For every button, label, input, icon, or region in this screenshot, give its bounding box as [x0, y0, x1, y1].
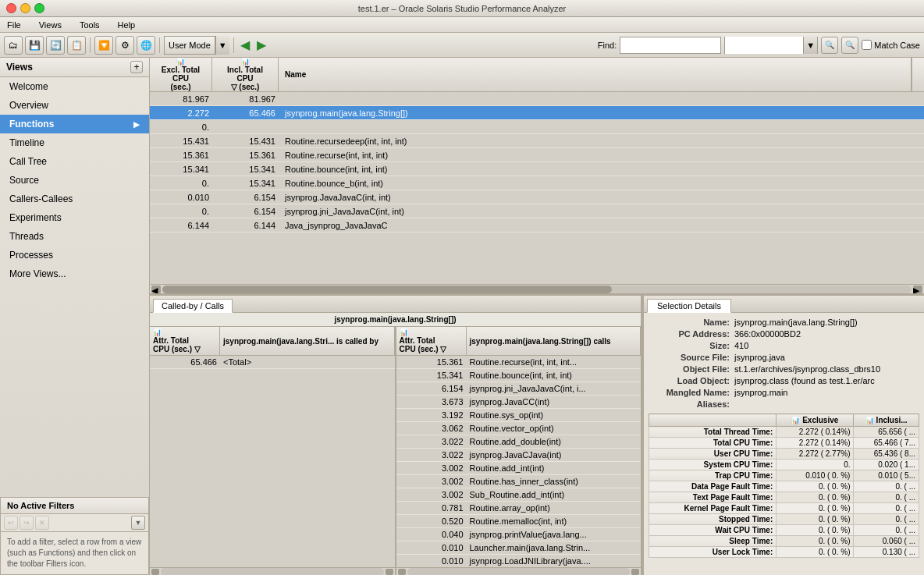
table-row[interactable]: 6.144 6.144 Java_jsynprog_JavaJavaC — [150, 218, 924, 232]
sidebar-item-overview[interactable]: Overview — [0, 96, 149, 115]
calls-row[interactable]: 3.192 Routine.sys_op(int) — [396, 409, 641, 422]
calls-row[interactable]: 3.002 Sub_Routine.add_int(int) — [396, 488, 641, 502]
th-excl-cpu[interactable]: 📊 Excl. Total CPU (sec.) — [150, 58, 212, 91]
table-row[interactable]: 15.431 15.431 Routine.recursedeep(int, i… — [150, 134, 924, 148]
detail-name-row: Name: jsynprog.main(java.lang.String[]) — [649, 318, 919, 327]
calls-row[interactable]: 3.002 Routine.has_inner_class(int) — [396, 475, 641, 488]
mode-select-label[interactable]: User Mode — [164, 36, 215, 55]
table-row[interactable]: 81.967 81.967 — [150, 92, 924, 106]
calls-row[interactable]: 6.154 jsynprog.jni_JavaJavaC(int, i... — [396, 382, 641, 396]
sth-name-calls[interactable]: jsynprog.main(java.lang.String[]) calls — [467, 327, 641, 355]
match-case-checkbox[interactable] — [862, 40, 872, 50]
toolbar-btn-2[interactable]: 💾 — [25, 36, 44, 55]
calledby-row-total[interactable]: 65.466 <Total> — [150, 356, 395, 369]
match-case-label[interactable]: Match Case — [862, 40, 920, 50]
table-row[interactable]: 0. 15.341 Routine.bounce_b(int, int) — [150, 176, 924, 190]
th-incl-cpu[interactable]: 📊 Incl. Total CPU ▽ (sec.) — [212, 58, 279, 91]
menu-tools[interactable]: Tools — [76, 20, 103, 30]
calledby-hscrollbar[interactable] — [150, 567, 395, 575]
calls-hscroll[interactable] — [407, 568, 631, 576]
menu-views[interactable]: Views — [36, 20, 65, 30]
table-row[interactable]: 15.341 15.341 Routine.bounce(int, int, i… — [150, 162, 924, 176]
calls-scroll-right[interactable] — [631, 569, 639, 575]
calls-row[interactable]: 15.361 Routine.recurse(int, int, int... — [396, 356, 641, 369]
calls-row[interactable]: 0.010 Launcher.main(java.lang.Strin... — [396, 541, 641, 555]
toolbar-btn-3[interactable]: 🔄 — [46, 36, 65, 55]
th-name[interactable]: Name — [279, 58, 912, 91]
calls-row[interactable]: 3.022 Routine.add_double(int) — [396, 435, 641, 449]
table-row[interactable]: 0. — [150, 120, 924, 134]
toolbar-btn-4[interactable]: 📋 — [67, 36, 86, 55]
find-prev-btn[interactable]: 🔍 — [821, 37, 838, 54]
calls-row[interactable]: 0.520 Routine.memalloc(int, int) — [396, 515, 641, 528]
sth-name-calledby[interactable]: jsynprog.main(java.lang.Stri... is calle… — [220, 327, 395, 355]
nav-back-btn[interactable]: ◀ — [238, 37, 252, 52]
sidebar-item-processes[interactable]: Processes — [0, 246, 149, 264]
mode-dropdown-arrow[interactable]: ▼ — [215, 36, 229, 55]
filter-btn[interactable]: 🔽 — [94, 36, 113, 55]
calls-row[interactable]: 0.040 jsynprog.printValue(java.lang... — [396, 528, 641, 541]
filter-undo-btn[interactable]: ↩ — [4, 516, 18, 530]
calls-row[interactable]: 15.341 Routine.bounce(int, int, int) — [396, 369, 641, 382]
calls-row[interactable]: 3.062 Routine.vector_op(int) — [396, 422, 641, 435]
calls-row[interactable]: 0.781 Routine.array_op(int) — [396, 502, 641, 515]
calls-scroll-left[interactable] — [398, 569, 406, 575]
functions-table-body[interactable]: 81.967 81.967 2.272 65.466 jsynprog.main… — [150, 92, 924, 284]
settings-btn[interactable]: ⚙ — [116, 36, 134, 55]
sidebar-add-btn[interactable]: + — [130, 61, 143, 73]
calls-row[interactable]: 3.002 Routine.add_int(int) — [396, 462, 641, 475]
find-input[interactable] — [620, 37, 721, 54]
calls-scroll[interactable]: 15.361 Routine.recurse(int, int, int... … — [396, 356, 641, 567]
calls-hscrollbar[interactable] — [396, 567, 641, 575]
called-by-scroll[interactable]: 65.466 <Total> — [150, 356, 395, 567]
table-row[interactable]: 15.361 15.361 Routine.recurse(int, int, … — [150, 148, 924, 162]
scroll-right-btn[interactable]: ▶ — [913, 286, 922, 293]
functions-hscroll-track[interactable] — [162, 286, 912, 293]
find-next-btn[interactable]: 🔍 — [841, 37, 858, 54]
sidebar-item-calltree[interactable]: Call Tree — [0, 152, 149, 171]
menu-file[interactable]: File — [4, 20, 24, 30]
filter-options-btn[interactable]: ▼ — [131, 516, 145, 530]
table-row[interactable]: 2.272 65.466 jsynprog.main(java.lang.Str… — [150, 106, 924, 120]
tab-called-by-calls[interactable]: Called-by / Calls — [153, 299, 233, 313]
calls-row[interactable]: 3.673 jsynprog.JavaCC(int) — [396, 396, 641, 409]
toolbar-btn-1[interactable]: 🗂 — [4, 36, 23, 55]
sth-attr-calls[interactable]: 📊 Attr. Total CPU (sec.) ▽ — [396, 327, 467, 355]
nav-forward-btn[interactable]: ▶ — [254, 37, 268, 52]
calls-row[interactable]: 3.022 jsynprog.JavaCJava(int) — [396, 449, 641, 462]
sidebar-item-timeline[interactable]: Timeline — [0, 133, 149, 152]
sidebar-item-experiments[interactable]: Experiments — [0, 208, 149, 227]
sidebar-item-threads[interactable]: Threads — [0, 227, 149, 246]
calledby-scroll-right[interactable] — [386, 569, 393, 575]
scroll-arrow-btn[interactable] — [912, 58, 924, 91]
perf-row-label: Stopped Time: — [649, 514, 777, 525]
calls-row[interactable]: 0.010 jsynprog.LoadJNILibrary(java.... — [396, 555, 641, 567]
sidebar-item-callers-callees[interactable]: Callers-Callees — [0, 190, 149, 208]
sidebar-item-source[interactable]: Source — [0, 171, 149, 190]
table-row[interactable]: 0. 6.154 jsynprog.jni_JavaJavaC(int, int… — [150, 204, 924, 218]
find-dropdown-arrow[interactable]: ▼ — [803, 37, 817, 54]
perf-row: Stopped Time: 0. ( 0. %) 0. ( ... — [649, 514, 919, 525]
scroll-left-btn[interactable]: ◀ — [151, 286, 161, 293]
menu-help[interactable]: Help — [115, 20, 139, 30]
mode-selector[interactable]: User Mode ▼ — [164, 36, 229, 55]
sth-attr-calledby[interactable]: 📊 Attr. Total CPU (sec.) ▽ — [150, 327, 220, 355]
functions-hscrollbar[interactable]: ◀ ▶ — [150, 284, 924, 293]
sidebar-item-functions[interactable]: Functions ▶ — [0, 115, 149, 133]
table-row[interactable]: 0.010 6.154 jsynprog.JavaJavaC(int, int) — [150, 190, 924, 204]
minimize-button[interactable] — [20, 3, 30, 13]
perf-th-inclusive: 📊 Inclusi... — [854, 414, 919, 427]
calledby-hscroll[interactable] — [161, 568, 384, 576]
window-controls[interactable] — [6, 3, 44, 13]
help-btn[interactable]: 🌐 — [137, 36, 155, 55]
sidebar-item-more-views[interactable]: More Views... — [0, 264, 149, 283]
perf-excl-val: 0.010 ( 0. %) — [777, 470, 854, 481]
filter-delete-btn[interactable]: ✕ — [35, 516, 49, 530]
tab-selection-details[interactable]: Selection Details — [647, 299, 731, 313]
calledby-scroll-left[interactable] — [151, 569, 159, 575]
filter-redo-btn[interactable]: ↪ — [20, 516, 34, 530]
functions-hscroll-thumb[interactable] — [162, 286, 612, 293]
sidebar-item-welcome[interactable]: Welcome — [0, 77, 149, 96]
maximize-button[interactable] — [34, 3, 44, 13]
close-button[interactable] — [6, 3, 16, 13]
